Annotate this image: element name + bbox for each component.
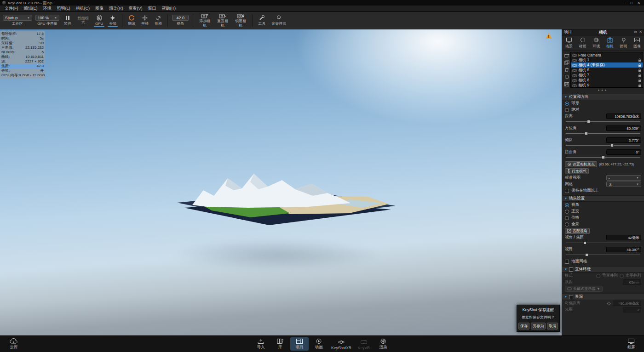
tab-environment[interactable]: 环境 bbox=[589, 37, 603, 49]
azimuth-input[interactable] bbox=[606, 125, 641, 131]
field-of-view-input[interactable] bbox=[606, 247, 641, 252]
tab-material[interactable]: 材质 bbox=[576, 37, 590, 49]
camera-row-free-camera[interactable]: Free Camera bbox=[571, 52, 643, 57]
minimize-button[interactable]: ─ bbox=[623, 1, 626, 5]
menu-camera[interactable]: 相机(C) bbox=[73, 6, 93, 11]
section-stereo[interactable]: ▼ 立体环绕 bbox=[562, 266, 644, 273]
workspace-dropdown[interactable]: Startup▼ bbox=[3, 15, 32, 21]
dof-enable-checkbox[interactable] bbox=[569, 295, 573, 299]
gpu-toggle-button[interactable]: GPU bbox=[94, 14, 104, 27]
twist-input[interactable] bbox=[606, 149, 641, 155]
menu-render[interactable]: 渲染(R) bbox=[106, 6, 126, 11]
camera-row-1[interactable]: 相机 1 bbox=[571, 57, 643, 62]
distance-slider[interactable] bbox=[566, 119, 640, 123]
radio-panoramic[interactable]: 全景 bbox=[562, 221, 644, 227]
camera-row-9[interactable]: 相机 9 bbox=[571, 83, 643, 88]
fov-input[interactable] bbox=[172, 15, 189, 21]
delete-icon[interactable] bbox=[564, 67, 569, 72]
save-button[interactable]: 保存 bbox=[518, 323, 529, 329]
radio-icon[interactable] bbox=[620, 274, 624, 278]
camera-row-6[interactable]: 相机 6 bbox=[571, 68, 643, 73]
tab-image[interactable]: 图像 bbox=[630, 37, 644, 49]
add-camera-button[interactable]: 添加相机 bbox=[197, 12, 212, 28]
set-camera-focus-button[interactable]: 设置相机焦点 bbox=[565, 161, 597, 167]
focus-distance-input[interactable] bbox=[613, 301, 641, 306]
radio-orthographic[interactable]: 正交 bbox=[562, 208, 644, 215]
dock-animation[interactable]: 动画 bbox=[310, 337, 328, 351]
panel-close-icon[interactable]: ✕ bbox=[639, 30, 642, 34]
field-of-view-slider[interactable] bbox=[566, 253, 640, 256]
aperture-input[interactable] bbox=[623, 307, 641, 312]
pause-button[interactable]: 暂停 bbox=[63, 14, 73, 27]
menu-window[interactable]: 窗口 bbox=[145, 6, 159, 11]
menu-help[interactable]: 帮助(H) bbox=[159, 6, 179, 11]
viewport-3d[interactable]: 每秒采样:17.5 时间:5s 采样值:90 三角形:22,135,232 NU… bbox=[0, 29, 562, 335]
section-position-orientation[interactable]: ▼ 位置和方向 bbox=[562, 94, 644, 100]
tab-scene[interactable]: 场景 bbox=[562, 37, 576, 49]
azimuth-slider[interactable] bbox=[566, 131, 640, 135]
hmd-dropdown-button[interactable]: 头戴式显示器 ▼ bbox=[565, 286, 603, 292]
tools-button[interactable]: 工具 bbox=[257, 14, 267, 27]
distance-input[interactable] bbox=[606, 114, 641, 119]
eye-distance-input[interactable] bbox=[623, 279, 641, 285]
dolly-button[interactable]: 推移 bbox=[153, 14, 163, 27]
keep-above-ground-checkbox[interactable]: 保持在地面以上 bbox=[562, 187, 644, 194]
twist-slider[interactable] bbox=[566, 155, 640, 159]
radio-spherical[interactable]: 球形 bbox=[562, 100, 644, 107]
light-manager-button[interactable]: 光管理器 bbox=[270, 14, 288, 27]
lock-camera-button[interactable]: 锁定相机 bbox=[233, 12, 248, 28]
dock-keyshotxr[interactable]: KeyShotXR bbox=[329, 338, 354, 351]
pick-focus-icon[interactable] bbox=[607, 301, 611, 306]
cancel-button[interactable]: 取消 bbox=[547, 323, 558, 329]
ground-grid-checkbox[interactable]: 地面网格 bbox=[562, 258, 644, 265]
save-as-button[interactable]: 另存为 bbox=[531, 323, 546, 329]
grid-dropdown[interactable]: 无 ▼ bbox=[606, 182, 641, 187]
stereo-enable-checkbox[interactable] bbox=[569, 267, 573, 272]
fov-focal-input[interactable] bbox=[606, 235, 641, 240]
section-depth-of-field[interactable]: ▼ 景深 bbox=[562, 294, 644, 300]
fov-focal-slider[interactable] bbox=[566, 241, 640, 244]
dock-screenshot[interactable]: 截屏 bbox=[622, 337, 640, 351]
menu-environment[interactable]: 环境 bbox=[40, 6, 54, 11]
save-camera-icon[interactable] bbox=[564, 82, 569, 87]
radio-absolute[interactable]: 绝对 bbox=[562, 107, 644, 113]
duplicate-icon[interactable] bbox=[564, 60, 569, 65]
radio-perspective[interactable]: 视角 bbox=[562, 202, 644, 208]
camera-row-4-unsaved[interactable]: 相机 4 (未保存) bbox=[571, 62, 643, 68]
maximize-button[interactable]: □ bbox=[630, 1, 632, 5]
dock-keyvr[interactable]: KeyVR bbox=[355, 338, 373, 351]
tab-camera[interactable]: 相机 bbox=[603, 37, 617, 49]
gpu-usage-dropdown[interactable]: 100 %▼ bbox=[35, 15, 59, 21]
reset-camera-button[interactable]: 重置相机 bbox=[215, 12, 230, 28]
inclination-slider[interactable] bbox=[566, 143, 640, 147]
menu-view[interactable]: 查看(V) bbox=[126, 6, 145, 11]
menu-file[interactable]: 文件(F) bbox=[2, 6, 21, 11]
add-camera-small-icon[interactable] bbox=[564, 53, 569, 58]
dock-cloud-library[interactable]: 云库 bbox=[5, 337, 23, 351]
dock-import[interactable]: 导入 bbox=[252, 337, 270, 351]
revert-icon[interactable] bbox=[564, 74, 569, 79]
pan-button[interactable]: 平移 bbox=[140, 14, 150, 27]
dock-project[interactable]: 项目 bbox=[290, 337, 309, 351]
inclination-input[interactable] bbox=[606, 137, 641, 143]
menu-image[interactable]: 图像 bbox=[92, 6, 106, 11]
match-perspective-button[interactable]: 匹配视角 bbox=[565, 228, 590, 234]
section-lens-settings[interactable]: ▼ 镜头设置 bbox=[562, 195, 644, 202]
close-button[interactable]: ✕ bbox=[637, 1, 640, 5]
menu-edit[interactable]: 编辑(E) bbox=[21, 6, 40, 11]
undock-icon[interactable]: ⧉ bbox=[634, 30, 637, 34]
menu-lighting[interactable]: 照明(L) bbox=[54, 6, 73, 11]
performance-mode-button[interactable]: 性能模式 bbox=[76, 15, 91, 26]
tumble-button[interactable]: 翻滚 bbox=[126, 14, 137, 27]
dock-render[interactable]: 渲染 bbox=[374, 337, 392, 351]
warning-button[interactable] bbox=[545, 33, 552, 41]
camera-row-8[interactable]: 相机 8 bbox=[571, 78, 643, 83]
tab-lighting[interactable]: 照明 bbox=[617, 37, 631, 49]
standard-view-dropdown[interactable]: - ▼ bbox=[606, 175, 641, 181]
denoise-button[interactable]: 去噪 bbox=[108, 14, 118, 27]
dock-library[interactable]: 库 bbox=[271, 337, 289, 351]
walk-mode-button[interactable]: 行走模式 bbox=[565, 168, 589, 174]
camera-row-7[interactable]: 相机 7 bbox=[571, 73, 643, 78]
radio-icon[interactable] bbox=[596, 274, 600, 278]
radio-shift[interactable]: 位移 bbox=[562, 215, 644, 221]
